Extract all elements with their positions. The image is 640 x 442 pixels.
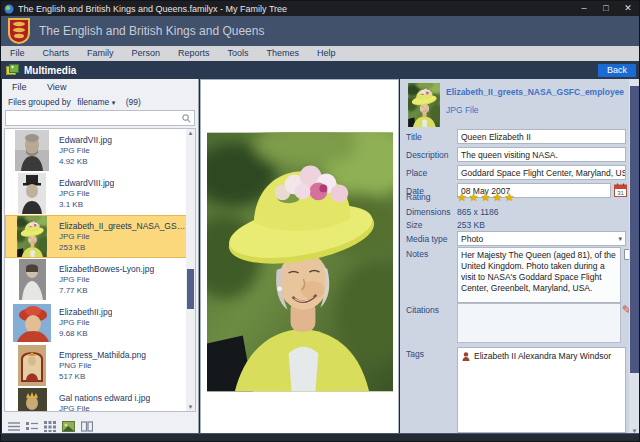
file-name: Gal nations edward i.jpg xyxy=(59,393,150,403)
list-item-selected[interactable]: Elizabeth_II_greets_NASA_GSFC_empl... JP… xyxy=(5,215,195,258)
window-title: The English and British Kings and Queens… xyxy=(18,4,287,14)
tags-field[interactable]: Elizabeth II Alexandra Mary Windsor xyxy=(457,347,626,433)
rating-stars[interactable]: ★★★★★ xyxy=(457,191,516,204)
details-filetype: JPG File xyxy=(446,105,479,115)
calendar-icon[interactable]: 31 xyxy=(614,183,627,197)
file-name: ElizabethII.jpg xyxy=(59,307,112,317)
edward-vii-thumbnail xyxy=(15,130,49,171)
menu-person[interactable]: Person xyxy=(123,46,170,61)
size-label: Size xyxy=(406,220,423,230)
file-size: 9.68 KB xyxy=(59,328,112,339)
file-list-scrollbar[interactable]: ▲ ▼ xyxy=(186,129,195,411)
view-list-icon[interactable] xyxy=(8,421,20,432)
scrollbar-thumb[interactable] xyxy=(187,269,194,309)
view-thumbnails-icon[interactable] xyxy=(62,421,75,432)
media-type-select[interactable]: Photo ▾ xyxy=(457,231,626,246)
details-scrollbar[interactable]: ▼ xyxy=(629,79,640,435)
tags-label: Tags xyxy=(406,349,424,359)
file-type: JPG File xyxy=(59,145,112,156)
close-button[interactable]: ✕ xyxy=(617,1,639,16)
file-name: EdwardVII.jpg xyxy=(59,135,112,145)
tag-entry[interactable]: Elizabeth II Alexandra Mary Windsor xyxy=(462,351,621,361)
search-input[interactable] xyxy=(8,112,178,124)
place-label: Place xyxy=(406,168,427,178)
menu-tools[interactable]: Tools xyxy=(219,46,258,61)
size-value: 253 KB xyxy=(457,220,485,230)
menu-file[interactable]: File xyxy=(1,46,34,61)
royal-crest-icon xyxy=(8,18,30,44)
back-button[interactable]: Back xyxy=(598,64,636,77)
preview-panel xyxy=(200,79,399,435)
details-panel: Elizabeth_II_greets_NASA_GSFC_employees.… xyxy=(400,79,629,435)
file-count: (99) xyxy=(126,97,141,107)
list-item[interactable]: ElizabethII.jpg JPG File 9.68 KB xyxy=(5,301,195,344)
file-type: JPG File xyxy=(59,274,154,285)
app-window: The English and British Kings and Queens… xyxy=(0,0,640,442)
group-by-row: Files grouped by filename ▾ (99) xyxy=(8,97,141,107)
page-bar: Multimedia Back xyxy=(1,61,639,79)
edward-viii-thumbnail xyxy=(18,173,46,214)
file-type: JPG File xyxy=(59,317,112,328)
app-icon xyxy=(4,4,14,14)
minimize-button[interactable]: – xyxy=(573,1,595,16)
title-label: Title xyxy=(406,132,422,142)
chevron-down-icon[interactable]: ▾ xyxy=(112,99,116,106)
menu-help[interactable]: Help xyxy=(308,46,345,61)
dimensions-label: Dimensions xyxy=(406,207,450,217)
file-list: EdwardVII.jpg JPG File 4.92 KB EdwardVII… xyxy=(4,128,196,412)
elizabeth-ii-thumbnail xyxy=(13,304,51,342)
list-item[interactable]: Gal nations edward i.jpg JPG File 26.5 K… xyxy=(5,387,195,412)
details-filename: Elizabeth_II_greets_NASA_GSFC_employees.… xyxy=(446,87,624,97)
file-type: JPG File xyxy=(59,231,187,242)
details-thumbnail xyxy=(408,83,440,127)
window-titlebar: The English and British Kings and Queens… xyxy=(1,1,639,16)
file-name: ElizabethBowes-Lyon.jpg xyxy=(59,264,154,274)
file-size: 7.77 KB xyxy=(59,285,154,296)
file-type: JPG File xyxy=(59,403,150,413)
page-title: Multimedia xyxy=(24,65,76,76)
elizabeth-bowes-lyon-thumbnail xyxy=(19,259,46,300)
scroll-down-icon[interactable]: ▼ xyxy=(186,404,195,410)
list-item[interactable]: ElizabethBowes-Lyon.jpg JPG File 7.77 KB xyxy=(5,258,195,301)
search-box xyxy=(5,110,195,126)
list-item[interactable]: EdwardVII.jpg JPG File 4.92 KB xyxy=(5,129,195,172)
files-menu-file[interactable]: File xyxy=(12,82,27,92)
chevron-down-icon: ▾ xyxy=(618,235,622,243)
app-header: The English and British Kings and Queens xyxy=(1,16,639,46)
citations-field[interactable] xyxy=(457,303,621,343)
menu-charts[interactable]: Charts xyxy=(34,46,79,61)
view-tiles-icon[interactable] xyxy=(81,421,93,432)
multimedia-icon xyxy=(6,64,19,76)
file-size: 253 KB xyxy=(59,242,187,253)
menu-reports[interactable]: Reports xyxy=(169,46,219,61)
file-type: JPG File xyxy=(59,188,114,199)
list-item[interactable]: Empress_Mathilda.png PNG File 517 KB xyxy=(5,344,195,387)
file-size: 4.92 KB xyxy=(59,156,112,167)
notes-field[interactable]: Her Majesty The Queen (aged 81), of the … xyxy=(457,247,621,303)
menu-family[interactable]: Family xyxy=(78,46,123,61)
list-item[interactable]: EdwardVIII.jpg JPG File 3.1 KB xyxy=(5,172,195,215)
scrollbar-thumb[interactable] xyxy=(630,86,639,373)
scroll-up-icon[interactable]: ▲ xyxy=(186,130,195,136)
menu-bar: File Charts Family Person Reports Tools … xyxy=(1,46,639,61)
place-field[interactable]: Goddard Space Flight Center, Maryland, U… xyxy=(457,165,626,180)
menu-themes[interactable]: Themes xyxy=(258,46,309,61)
group-by-field[interactable]: filename xyxy=(77,97,109,107)
selected-photo xyxy=(207,132,393,392)
description-label: Description xyxy=(406,150,449,160)
file-name: EdwardVIII.jpg xyxy=(59,178,114,188)
title-field[interactable]: Queen Elizabeth II xyxy=(457,129,626,144)
file-title: The English and British Kings and Queens xyxy=(39,24,264,38)
rating-label: Rating xyxy=(406,192,431,202)
file-size: 517 KB xyxy=(59,371,146,382)
search-icon xyxy=(182,114,191,123)
files-menu-view[interactable]: View xyxy=(47,82,66,92)
view-small-icons-icon[interactable] xyxy=(44,421,56,432)
file-name: Empress_Mathilda.png xyxy=(59,350,146,360)
view-details-icon[interactable] xyxy=(26,421,38,432)
notes-label: Notes xyxy=(406,249,428,259)
description-field[interactable]: The queen visiting NASA. xyxy=(457,147,626,162)
file-type: PNG File xyxy=(59,360,146,371)
maximize-button[interactable]: □ xyxy=(595,1,617,16)
group-by-label: Files grouped by xyxy=(8,97,71,107)
